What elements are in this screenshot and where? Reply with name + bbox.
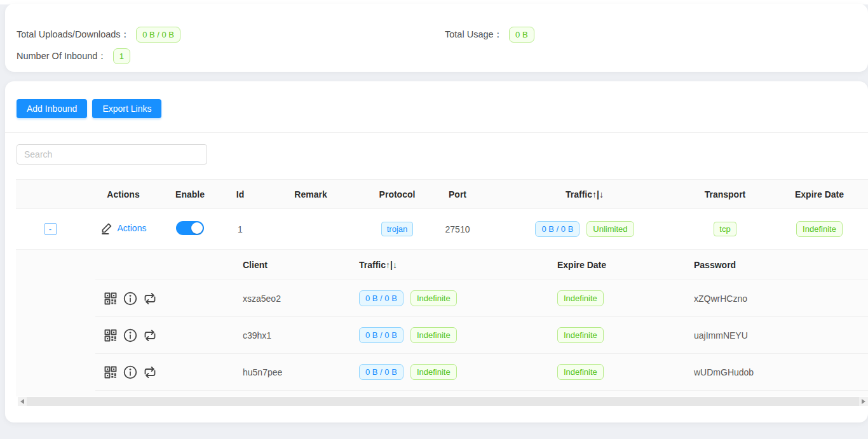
client-password: uajImmNEYU — [686, 330, 868, 341]
reset-traffic-button[interactable] — [142, 291, 158, 306]
inbound-row: - Actions 1 trojan 27510 — [16, 209, 868, 250]
client-traffic-cell: 0 B / 0 B Indefinite — [359, 327, 457, 343]
info-circle-icon — [123, 365, 138, 380]
client-table-header-row: Client Traffic↑|↓ Expire Date Password — [95, 250, 868, 280]
edit-pencil-icon — [100, 222, 113, 234]
horizontal-scrollbar[interactable] — [18, 397, 868, 406]
client-traffic-badge: 0 B / 0 B — [359, 290, 403, 306]
client-password: wUDmGHudob — [686, 367, 868, 377]
protocol-tag: trojan — [381, 222, 414, 236]
client-info-button[interactable] — [123, 291, 138, 306]
client-info-button[interactable] — [123, 365, 138, 380]
repeat-icon — [142, 291, 158, 306]
scroll-right-icon[interactable] — [859, 399, 868, 404]
client-expire-badge: Indefinite — [557, 327, 604, 343]
info-circle-icon — [123, 291, 138, 306]
client-row: xsza5eo2 0 B / 0 B Indefinite Indefinite… — [95, 280, 868, 317]
client-traffic-limit-badge: Indefinite — [410, 364, 457, 380]
client-expire-badge: Indefinite — [557, 290, 604, 306]
stat-value-badge: 1 — [113, 48, 130, 64]
stats-card: Total Uploads/Downloads： 0 B / 0 B Numbe… — [5, 4, 868, 72]
traffic-limit-badge: Unlimited — [587, 221, 634, 237]
toolbar: Add Inbound Export Links — [5, 81, 868, 118]
expire-badge: Indefinite — [796, 221, 843, 237]
stat-label: Total Usage： — [445, 29, 503, 41]
client-traffic-badge: 0 B / 0 B — [359, 364, 403, 380]
actions-label: Actions — [118, 223, 147, 233]
client-table: Client Traffic↑|↓ Expire Date Password — [95, 250, 868, 391]
client-traffic-cell: 0 B / 0 B Indefinite — [359, 364, 457, 380]
qrcode-icon — [103, 291, 118, 306]
qrcode-button[interactable] — [103, 365, 118, 380]
inbound-actions-menu[interactable]: Actions — [100, 222, 147, 234]
inbounds-table: Actions Enable Id Remark Protocol Port T… — [16, 179, 868, 396]
reset-traffic-button[interactable] — [142, 365, 158, 380]
column-header-client-password: Password — [686, 260, 868, 270]
inbounds-card: Add Inbound Export Links Actions Enable … — [5, 81, 868, 422]
table-header-row: Actions Enable Id Remark Protocol Port T… — [16, 179, 868, 209]
column-header-remark: Remark — [262, 189, 359, 199]
stat-number-of-inbound: Number Of Inbound： 1 — [17, 48, 130, 64]
client-row: hu5n7pee 0 B / 0 B Indefinite Indefinite… — [95, 354, 868, 391]
client-password: xZQwrHCzno — [686, 294, 868, 304]
export-links-button[interactable]: Export Links — [92, 99, 161, 118]
reset-traffic-button[interactable] — [142, 328, 158, 343]
client-row: c39hx1 0 B / 0 B Indefinite Indefinite u… — [95, 317, 868, 354]
column-header-expire: Expire Date — [761, 189, 868, 199]
qrcode-icon — [103, 328, 118, 343]
repeat-icon — [142, 365, 158, 380]
column-header-client-expire: Expire Date — [550, 260, 686, 270]
scrollbar-thumb[interactable] — [27, 397, 859, 406]
stat-label: Total Uploads/Downloads： — [17, 29, 130, 41]
stat-value-badge: 0 B — [509, 27, 534, 43]
collapse-row-button[interactable]: - — [44, 223, 57, 235]
inbound-port: 27510 — [435, 224, 480, 234]
traffic-updown-badge: 0 B / 0 B — [535, 221, 580, 237]
scroll-left-icon[interactable] — [18, 399, 27, 404]
column-header-traffic[interactable]: Traffic↑|↓ — [480, 189, 689, 199]
client-traffic-cell: 0 B / 0 B Indefinite — [359, 290, 457, 306]
qrcode-button[interactable] — [103, 291, 118, 306]
stat-value-badge: 0 B / 0 B — [136, 27, 180, 43]
qrcode-icon — [103, 365, 118, 380]
stat-total-usage: Total Usage： 0 B — [445, 27, 534, 43]
expanded-row-region: Client Traffic↑|↓ Expire Date Password — [16, 250, 868, 396]
search-input[interactable] — [17, 144, 207, 165]
client-name: xsza5eo2 — [235, 294, 351, 304]
collapse-minus-icon: - — [49, 225, 51, 233]
inbound-id: 1 — [218, 224, 262, 234]
inbound-traffic-cell: 0 B / 0 B Unlimited — [535, 221, 634, 237]
transport-tag: tcp — [714, 222, 736, 236]
client-name: hu5n7pee — [235, 367, 351, 377]
column-header-transport: Transport — [689, 189, 761, 199]
search-wrap — [17, 144, 868, 165]
column-header-client: Client — [235, 260, 351, 270]
stat-total-uploads-downloads: Total Uploads/Downloads： 0 B / 0 B — [17, 27, 180, 43]
client-traffic-limit-badge: Indefinite — [410, 327, 457, 343]
column-header-protocol: Protocol — [359, 189, 435, 199]
column-header-client-traffic[interactable]: Traffic↑|↓ — [351, 260, 550, 270]
client-name: c39hx1 — [235, 330, 351, 341]
client-info-button[interactable] — [123, 328, 138, 343]
add-inbound-button[interactable]: Add Inbound — [17, 99, 87, 118]
client-traffic-limit-badge: Indefinite — [410, 290, 457, 306]
column-header-port: Port — [435, 189, 480, 199]
client-traffic-badge: 0 B / 0 B — [359, 327, 403, 343]
client-expire-badge: Indefinite — [557, 364, 604, 380]
toolbar-divider — [5, 132, 868, 133]
column-header-enable: Enable — [162, 189, 218, 199]
enable-toggle[interactable] — [176, 221, 204, 235]
info-circle-icon — [123, 328, 138, 343]
qrcode-button[interactable] — [103, 328, 118, 343]
column-header-actions: Actions — [85, 189, 162, 199]
column-header-id: Id — [218, 189, 262, 199]
repeat-icon — [142, 328, 158, 343]
stat-label: Number Of Inbound： — [17, 50, 107, 62]
